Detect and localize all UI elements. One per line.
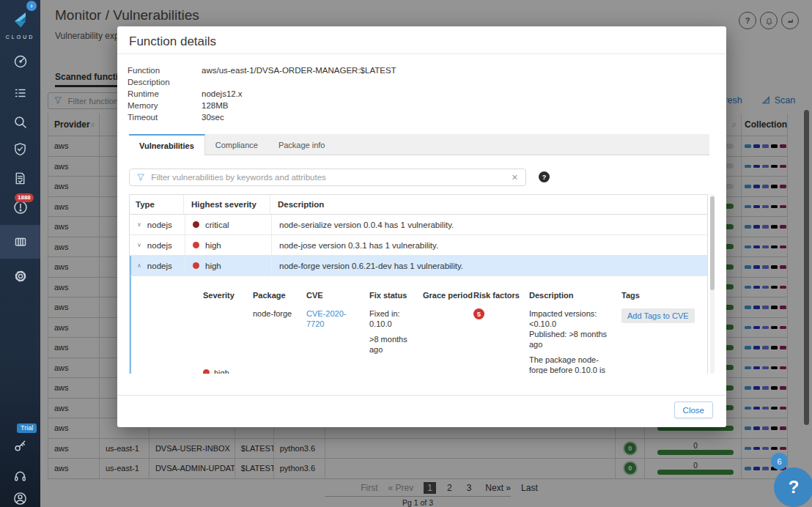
- severity-dot-icon: [193, 242, 199, 248]
- cve-link[interactable]: CVE-2020-7720: [306, 309, 346, 328]
- function-info-list: Functionaws/us-east-1/DVSA-ORDER-MANAGER…: [128, 64, 396, 123]
- type-cell: ∧nodejs: [131, 256, 185, 275]
- collapse-chevron-icon[interactable]: ∧: [137, 262, 141, 269]
- description-cell: node-forge version 0.6.21-dev has 1 vuln…: [272, 256, 707, 275]
- severity-label: high: [205, 262, 221, 270]
- severity-dot-icon: [193, 221, 199, 228]
- support-headset-icon: [13, 469, 27, 483]
- sidebar-item-access-keys[interactable]: [0, 432, 40, 459]
- severity-cell: high: [185, 235, 272, 255]
- column-header: Highest severity: [184, 195, 270, 214]
- type-label: nodejs: [147, 262, 172, 270]
- vulnerabilities-table-body: ∨nodejscriticalnode-serialize version 0.…: [130, 215, 707, 276]
- detail-values: high node-forge CVE-2020-7720 Fixed in: …: [203, 300, 707, 374]
- info-row: Description: [128, 76, 396, 88]
- modal-scrollbar[interactable]: [710, 194, 715, 374]
- severity-dot-icon: [193, 262, 199, 269]
- detail-column-header: Package: [253, 291, 306, 300]
- sidebar-item-dashboard[interactable]: [0, 48, 40, 75]
- info-value: 128MB: [202, 100, 228, 111]
- radar-monitor-icon: [13, 234, 28, 249]
- sidebar-item-compliance[interactable]: [0, 136, 40, 162]
- filter-funnel-icon: [137, 174, 144, 182]
- risk-factor-count-badge[interactable]: 5: [473, 308, 484, 319]
- info-row: Runtimenodejs12.x: [128, 88, 396, 100]
- trial-badge: Trial: [17, 423, 37, 433]
- info-value: 30sec: [202, 111, 224, 123]
- help-notification-badge: 6: [771, 453, 788, 470]
- brand-logo[interactable]: CLOUD: [0, 10, 40, 40]
- expand-chevron-icon[interactable]: ∨: [137, 242, 141, 248]
- tab-package-info[interactable]: Package info: [268, 134, 336, 155]
- dashboard-gauge-icon: [13, 54, 28, 69]
- tab-compliance[interactable]: Compliance: [205, 134, 268, 155]
- sidebar-nav: › CLOUD 1888: [0, 0, 40, 507]
- vulnerabilities-table-header: TypeHighest severityDescription: [130, 195, 707, 215]
- info-label: Runtime: [128, 88, 202, 100]
- detail-column-header: Severity: [203, 291, 253, 300]
- info-row: Functionaws/us-east-1/DVSA-ORDER-MANAGER…: [128, 64, 396, 76]
- sidebar-item-investigate[interactable]: [0, 109, 40, 136]
- vulnerabilities-filter[interactable]: ✕: [129, 169, 526, 186]
- detail-column-header: Tags: [621, 291, 707, 300]
- clear-filter-icon[interactable]: ✕: [512, 173, 518, 182]
- sidebar-expand-chevron-icon[interactable]: ›: [26, 1, 37, 11]
- compliance-shield-icon: [13, 142, 27, 156]
- modal-title: Function details: [129, 34, 216, 49]
- sidebar-item-policies[interactable]: [0, 165, 40, 191]
- type-label: nodejs: [147, 221, 172, 229]
- info-label: Memory: [128, 100, 202, 111]
- modal-footer-divider: [117, 395, 726, 396]
- sidebar-item-profile[interactable]: [0, 485, 40, 507]
- type-cell: ∨nodejs: [131, 215, 185, 234]
- severity-label: high: [205, 241, 221, 250]
- vulnerability-row[interactable]: ∨nodejshighnode-jose version 0.3.1 has 1…: [129, 235, 707, 256]
- info-value: aws/us-east-1/DVSA-ORDER-MANAGER:$LATEST: [202, 64, 396, 76]
- detail-column-header: Fix status: [369, 291, 423, 300]
- user-profile-icon: [13, 492, 27, 506]
- sidebar-item-monitor[interactable]: [0, 225, 40, 259]
- info-row: Memory128MB: [128, 100, 396, 111]
- tab-vulnerabilities[interactable]: Vulnerabilities: [129, 134, 205, 155]
- vulnerability-row[interactable]: ∨nodejscriticalnode-serialize version 0.…: [129, 215, 707, 235]
- search-icon: [13, 115, 28, 130]
- detail-column-header: Grace period: [423, 291, 473, 300]
- detail-risk-factors: 5: [473, 300, 529, 374]
- description-cell: node-jose version 0.3.1 has 1 vulnerabil…: [272, 235, 707, 255]
- sidebar-item-settings[interactable]: [0, 263, 40, 289]
- vulnerabilities-table: TypeHighest severityDescription ∨nodejsc…: [129, 194, 708, 374]
- detail-fix-status: Fixed in: 0.10.0 >8 months ago: [369, 300, 423, 374]
- expand-chevron-icon[interactable]: ∨: [137, 221, 141, 228]
- severity-label: critical: [205, 221, 229, 229]
- vulnerabilities-filter-input[interactable]: [150, 172, 511, 182]
- detail-severity: high: [203, 300, 253, 374]
- description-cell: node-serialize version 0.0.4 has 1 vulne…: [272, 215, 707, 234]
- detail-column-header: Risk factors: [473, 291, 529, 300]
- alerts-count-badge: 1888: [15, 193, 34, 202]
- info-value: nodejs12.x: [202, 88, 243, 100]
- detail-package: node-forge: [253, 300, 306, 374]
- prisma-cloud-logo-icon: [11, 10, 30, 29]
- column-header: Description: [270, 195, 707, 214]
- add-tags-to-cve-button[interactable]: Add Tags to CVE: [621, 308, 695, 323]
- severity-dot-icon: [203, 369, 210, 374]
- access-key-icon: [13, 439, 27, 453]
- vulnerability-detail-panel: SeverityPackageCVEFix statusGrace period…: [129, 276, 707, 374]
- modal-header-divider: [117, 53, 726, 54]
- detail-tags: Add Tags to CVE: [621, 300, 707, 374]
- info-label: Timeout: [128, 111, 202, 123]
- severity-cell: high: [185, 256, 272, 275]
- filter-help-icon[interactable]: ?: [539, 171, 550, 182]
- type-label: nodejs: [147, 241, 172, 250]
- app-window: Monitor / Vulnerabilities Vulnerability …: [0, 0, 812, 507]
- sidebar-item-inventory[interactable]: [0, 80, 40, 106]
- alerts-icon: [13, 200, 28, 215]
- help-fab-button[interactable]: ?: [774, 467, 812, 507]
- modal-tabs: VulnerabilitiesCompliancePackage info: [129, 134, 709, 155]
- severity-cell: critical: [185, 215, 272, 234]
- vulnerability-row[interactable]: ∧nodejshighnode-forge version 0.6.21-dev…: [129, 256, 707, 276]
- function-details-modal: Function details Functionaws/us-east-1/D…: [117, 26, 726, 427]
- settings-gear-icon: [13, 269, 28, 284]
- close-button[interactable]: Close: [674, 401, 713, 418]
- column-header: Type: [130, 195, 184, 214]
